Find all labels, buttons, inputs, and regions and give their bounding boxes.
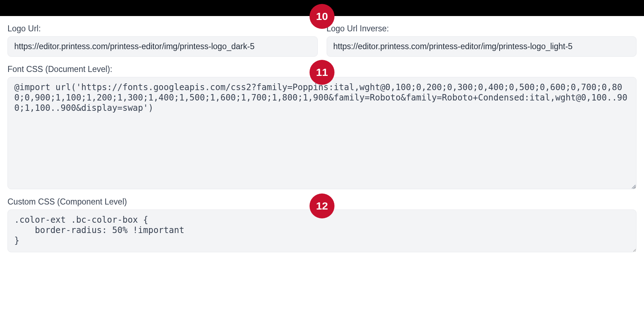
step-badge-12: 12 <box>310 193 334 218</box>
logo-url-input[interactable]: https://editor.printess.com/printess-edi… <box>7 36 318 57</box>
font-css-textarea[interactable]: @import url('https://fonts.googleapis.co… <box>7 77 637 189</box>
logo-url-inverse-input[interactable]: https://editor.printess.com/printess-edi… <box>327 36 637 57</box>
logo-url-inverse-label: Logo Url Inverse: <box>327 24 637 33</box>
logo-url-label: Logo Url: <box>7 24 318 33</box>
step-badge-11: 11 <box>310 60 334 85</box>
step-badge-10: 10 <box>310 4 334 29</box>
